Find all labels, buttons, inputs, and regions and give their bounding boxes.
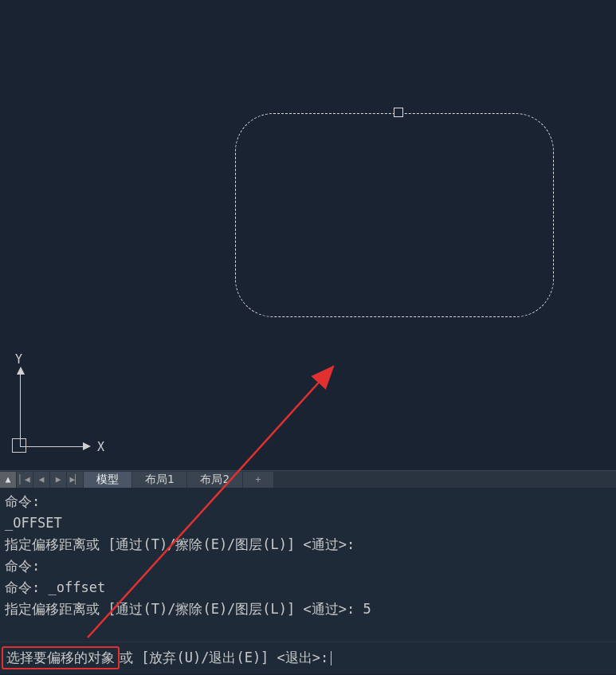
ucs-x-arrow-icon [83, 442, 91, 450]
prompt-rest: 或 [放弃(U)/退出(E)] <退出>: [120, 649, 328, 667]
history-line: 指定偏移距离或 [通过(T)/擦除(E)/图层(L)] <通过>: [5, 534, 611, 555]
tab-add-button[interactable]: + [243, 472, 273, 488]
nav-next-button[interactable]: ▶ [50, 472, 67, 488]
nav-prev-button[interactable]: ◀ [33, 472, 50, 488]
layout-tab-bar: ▲ ▏◀ ◀ ▶ ▶▏ 模型 布局1 布局2 + [0, 470, 616, 488]
ucs-origin-box [12, 438, 26, 453]
ucs-y-arrow-icon [17, 367, 25, 375]
prompt-highlighted: 选择要偏移的对象 [2, 646, 120, 669]
command-input-area[interactable]: 选择要偏移的对象 或 [放弃(U)/退出(E)] <退出>: [0, 642, 616, 673]
drawing-canvas[interactable]: Y X [0, 0, 616, 470]
tab-nav-group: ▲ ▏◀ ◀ ▶ ▶▏ [0, 471, 84, 488]
history-line: _OFFSET [5, 512, 611, 534]
tab-layout2[interactable]: 布局2 [187, 472, 242, 488]
ucs-y-axis [20, 371, 21, 446]
nav-last-button[interactable]: ▶▏ [67, 472, 84, 488]
nav-up-button[interactable]: ▲ [0, 472, 17, 488]
history-line: 命令: _offset [5, 577, 611, 598]
nav-first-button[interactable]: ▏◀ [17, 472, 33, 488]
ucs-x-label: X [97, 440, 104, 454]
selection-handle[interactable] [394, 108, 403, 117]
history-line: 指定偏移距离或 [通过(T)/擦除(E)/图层(L)] <通过>: 5 [5, 598, 611, 620]
input-cursor-icon [331, 651, 332, 665]
history-line: 命令: [5, 491, 611, 512]
history-line: 命令: [5, 555, 611, 577]
ucs-x-axis [20, 446, 87, 447]
selected-rectangle[interactable] [235, 113, 554, 317]
command-history: 命令: _OFFSET 指定偏移距离或 [通过(T)/擦除(E)/图层(L)] … [0, 488, 616, 642]
ucs-y-label: Y [15, 352, 22, 367]
tab-model[interactable]: 模型 [84, 472, 132, 488]
tab-layout1[interactable]: 布局1 [132, 472, 187, 488]
